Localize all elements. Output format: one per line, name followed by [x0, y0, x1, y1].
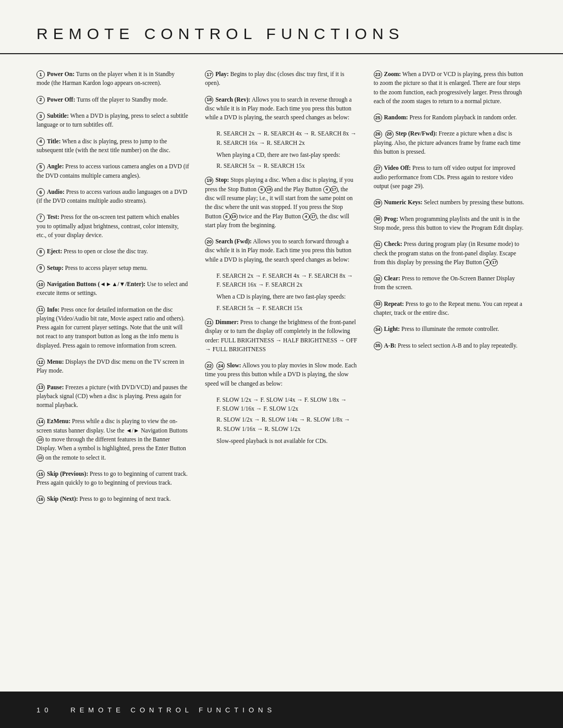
entry-34: 34 Light: Press to illuminate the remote…: [374, 325, 527, 334]
entry-30: 30 Prog: When programming playlists and …: [374, 215, 527, 233]
entry-34-num: 34: [374, 326, 382, 334]
entry-18-num: 18: [205, 96, 213, 104]
entry-7-num: 7: [36, 214, 45, 222]
entry-14-ref10b: 10: [36, 454, 44, 462]
entry-9-label: Setup:: [47, 265, 64, 271]
entry-17: 17 Play: Begins to play disc (closes dis…: [205, 70, 358, 88]
entry-12-label: Menu:: [47, 359, 64, 365]
entry-35-text: Press to select section A-B and to play …: [398, 342, 518, 349]
search-rev-cd-note: When playing a CD, there are two fast-pl…: [205, 151, 358, 159]
slow-fwd-speeds: F. SLOW 1/2x → F. SLOW 1/4x → F. SLOW 1/…: [205, 396, 358, 414]
entry-9-num: 9: [36, 264, 45, 273]
entry-11-num: 11: [36, 306, 45, 314]
entry-14-text3: on the remote to select it.: [44, 454, 106, 461]
entry-4-num: 4: [36, 138, 45, 146]
entry-8-text: Press to open or close the disc tray.: [64, 248, 148, 254]
entry-7: 7 Test: Press for the on-screen test pat…: [36, 213, 189, 240]
page-title: REMOTE CONTROL FUNCTIONS: [36, 25, 527, 43]
entry-19-label: Stop:: [215, 177, 229, 183]
search-fwd-cd-speeds: F. SEARCH 5x → F. SEARCH 15x: [205, 304, 358, 313]
entry-9-text: Press to access player setup menu.: [65, 265, 148, 271]
entry-27-label: Video Off:: [384, 165, 411, 171]
entry-17-num: 17: [205, 70, 213, 79]
entry-26-num: 26: [374, 130, 382, 139]
entry-30-num: 30: [374, 215, 382, 224]
entry-32: 32 Clear: Press to remove the On-Screen …: [374, 274, 527, 292]
entry-35-label: A-B:: [384, 342, 397, 349]
entry-17-label: Play:: [215, 71, 229, 77]
column-3: 23 Zoom: When a DVD or VCD is playing, p…: [374, 70, 527, 511]
entry-7-label: Test:: [47, 214, 59, 220]
footer-text: 10 REMOTE CONTROL FUNCTIONS: [36, 706, 276, 714]
footer-label: REMOTE CONTROL FUNCTIONS: [70, 706, 276, 714]
entry-5: 5 Angle: Press to access various camera …: [36, 162, 189, 180]
entry-14: 14 EzMenu: Press while a disc is playing…: [36, 417, 189, 462]
entry-26-28: 26 28 Step (Rev/Fwd): Freeze a picture w…: [374, 129, 527, 156]
entry-33-num: 33: [374, 300, 382, 309]
entry-19: 19 Stop: Stops playing a disc. When a di…: [205, 176, 358, 230]
entry-35-num: 35: [374, 342, 382, 350]
entry-1: 1 Power On: Turns on the player when it …: [36, 70, 189, 88]
entry-13: 13 Pause: Freezes a picture (with DVD/VC…: [36, 383, 189, 410]
entry-31-ref17: 17: [491, 259, 498, 266]
entry-28-num: 28: [385, 130, 394, 139]
entry-19-ref17b: 17: [310, 213, 317, 220]
entry-19-num: 19: [205, 177, 213, 185]
entry-21-label: Dimmer:: [215, 319, 239, 325]
entry-25-label: Random:: [384, 114, 408, 120]
entry-20-label: Search (Fwd):: [215, 238, 252, 244]
entry-2-num: 2: [36, 96, 45, 104]
entry-18: 18 Search (Rev): Allows you to search in…: [205, 95, 358, 122]
entry-3: 3 Subtitle: When a DVD is playing, press…: [36, 112, 189, 130]
entry-4-label: Title:: [47, 138, 61, 144]
entry-19-text4: twice and the Play Button: [238, 213, 303, 219]
entry-31-ref4: 4: [483, 259, 491, 266]
entry-33: 33 Repeat: Press to go to the Repeat men…: [374, 300, 527, 318]
entry-10: 10 Navigation Buttons (◄►▲/▼/Enter): Use…: [36, 280, 189, 298]
page-wrapper: REMOTE CONTROL FUNCTIONS 1 Power On: Tur…: [0, 0, 563, 728]
entry-25: 25 Random: Press for Random playback in …: [374, 113, 527, 122]
entry-19-ref4b: 4: [302, 213, 310, 220]
entry-10-num: 10: [36, 280, 45, 289]
entry-14-ref10: 10: [36, 436, 44, 443]
entry-9: 9 Setup: Press to access player setup me…: [36, 264, 189, 273]
entry-2-label: Power Off:: [47, 96, 75, 103]
entry-34-label: Light:: [384, 326, 400, 332]
column-1: 1 Power On: Turns on the player when it …: [36, 70, 189, 511]
entry-15: 15 Skip (Previous): Press to go to begin…: [36, 470, 189, 488]
entry-16: 16 Skip (Next): Press to go to beginning…: [36, 495, 189, 503]
entry-1-label: Power On:: [47, 71, 75, 77]
search-fwd-speeds: F. SEARCH 2x → F. SEARCH 4x → F. SEARCH …: [205, 272, 358, 290]
entry-2: 2 Power Off: Turns off the player to Sta…: [36, 95, 189, 104]
slow-cd-note: Slow-speed playback is not available for…: [205, 437, 358, 446]
entry-8-label: Eject:: [47, 248, 62, 254]
entry-22-24: 22 24 Slow: Allows you to play movies in…: [205, 361, 358, 388]
entry-13-label: Pause:: [47, 384, 64, 390]
entry-18-label: Search (Rev):: [215, 96, 250, 103]
search-rev-cd-speeds: R. SEARCH 5x → R. SEARCH 15x: [205, 162, 358, 170]
entry-3-label: Subtitle:: [47, 113, 69, 119]
content-area: 1 Power On: Turns on the player when it …: [0, 54, 563, 527]
entry-19-ref6: 6: [258, 186, 265, 193]
entry-8-num: 8: [36, 248, 45, 256]
page-header: REMOTE CONTROL FUNCTIONS: [0, 0, 563, 54]
entry-25-text: Press for Random playback in random orde…: [409, 114, 517, 120]
entry-29-text: Select numbers by pressing these buttons…: [424, 199, 524, 205]
entry-11-label: Info:: [47, 306, 59, 313]
entry-6-num: 6: [36, 188, 45, 196]
page-footer: 10 REMOTE CONTROL FUNCTIONS: [0, 692, 563, 728]
entry-19-ref6b: 6: [223, 213, 230, 220]
entry-16-num: 16: [36, 496, 45, 504]
entry-13-num: 13: [36, 384, 45, 392]
entry-32-label: Clear:: [384, 275, 400, 281]
entry-12: 12 Menu: Displays the DVD disc menu on t…: [36, 357, 189, 376]
entry-5-label: Angle:: [47, 163, 64, 169]
entry-31: 31 Check: Press during program play (in …: [374, 240, 527, 267]
entry-25-num: 25: [374, 114, 382, 122]
entry-27-num: 27: [374, 165, 382, 173]
entry-19-ref19b: 19: [230, 213, 238, 220]
entry-14-num: 14: [36, 418, 45, 426]
entry-29-num: 29: [374, 199, 382, 207]
footer-page-num: 10: [36, 706, 52, 714]
entry-30-label: Prog:: [384, 216, 398, 222]
